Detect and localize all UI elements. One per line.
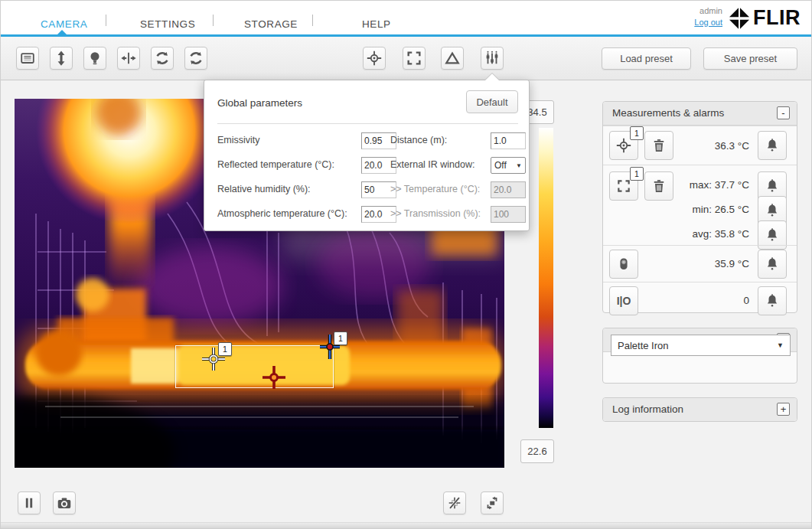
tab-settings[interactable]: SETTINGS — [140, 18, 195, 30]
measurements-panel-header: Measurements & alarms - — [603, 102, 797, 126]
camera-toolbar: Load preset Save preset — [1, 37, 811, 80]
dialog-title: Global parameters — [217, 97, 302, 109]
active-tab-caret — [57, 30, 67, 35]
distance-label: Distance (m): — [390, 135, 447, 145]
external-ir-selected-value: Off — [494, 160, 516, 171]
spot-tool-button[interactable]: 1 — [609, 131, 638, 160]
delta-triangle-icon — [444, 50, 461, 67]
temperature-scale-bar[interactable] — [539, 128, 553, 428]
global-parameters-dialog: Global parameters Default Emissivity Dis… — [204, 80, 530, 231]
username-label: admin — [694, 6, 722, 16]
load-preset-button[interactable]: Load preset — [602, 47, 691, 70]
color-scale-icon — [19, 50, 36, 67]
rotate-image-button[interactable] — [184, 47, 207, 70]
dialog-row-2: Reflected temperature (°C): External IR … — [217, 157, 518, 174]
camera-snapshot-icon — [56, 495, 73, 511]
trash-icon — [651, 138, 667, 153]
tab-help[interactable]: HELP — [362, 18, 391, 30]
spot-alarm-button[interactable] — [758, 131, 787, 160]
delta-measure-button[interactable] — [441, 47, 464, 70]
log-information-panel: Log information + — [602, 397, 797, 422]
pause-stream-button[interactable] — [18, 491, 41, 514]
ir-transmission-label: >> Transmission (%): — [390, 208, 481, 219]
external-ir-window-select[interactable]: Off ▼ — [491, 157, 526, 174]
bottom-toolbar — [1, 482, 811, 524]
overlay-toggle-button[interactable] — [443, 491, 466, 514]
log-panel-header: Log information + — [603, 398, 797, 421]
image-size-button[interactable] — [481, 491, 504, 514]
flir-diamond-icon — [728, 7, 751, 30]
save-preset-button[interactable]: Save preset — [703, 47, 797, 70]
area-measure-button[interactable] — [403, 47, 426, 70]
tab-camera[interactable]: CAMERA — [41, 18, 87, 30]
camera-temperature-value: 35.9 °C — [715, 258, 749, 269]
digital-io-value: 0 — [743, 295, 749, 306]
delete-box-button[interactable] — [644, 171, 673, 201]
box-max-marker-icon[interactable] — [261, 364, 287, 390]
measurement-box-overlay[interactable] — [175, 345, 334, 388]
colorize-panel: Colorize - Palette Iron ▼ — [602, 328, 797, 384]
delete-spot-button[interactable] — [644, 131, 673, 160]
nav-separator — [106, 15, 106, 26]
thermal-magenta-patch — [137, 247, 282, 326]
pause-icon — [21, 495, 37, 511]
header: CAMERA SETTINGS STORAGE HELP admin Log o… — [1, 1, 811, 34]
rotate-arrows-icon — [154, 50, 171, 67]
digital-io-row: I|O 0 — [603, 282, 797, 318]
digital-io-button[interactable]: I|O — [609, 286, 638, 315]
dialog-row-1: Emissivity Distance (m): — [217, 132, 518, 149]
spot-meter-icon — [366, 50, 383, 67]
distance-input[interactable] — [491, 132, 526, 149]
log-panel-title: Log information — [612, 403, 683, 415]
lamp-button[interactable] — [83, 47, 106, 70]
lamp-icon — [86, 50, 103, 67]
io-alarm-button[interactable] — [758, 286, 787, 315]
dialog-separator — [217, 123, 518, 124]
ir-temperature-label: >> Temperature (°C): — [390, 184, 480, 194]
logout-link[interactable]: Log out — [694, 18, 722, 27]
spot-value: 36.3 °C — [715, 140, 749, 152]
camera-body-icon — [616, 256, 631, 272]
global-parameters-button[interactable] — [481, 47, 504, 70]
box-number-badge: 1 — [630, 167, 644, 181]
box-tool-button[interactable]: 1 — [609, 171, 638, 201]
box-avg-value: avg: 35.8 °C — [693, 228, 749, 240]
tab-storage[interactable]: STORAGE — [244, 18, 298, 30]
user-box: admin Log out — [694, 6, 722, 28]
snapshot-button[interactable] — [53, 491, 76, 514]
color-scale-button[interactable] — [16, 47, 39, 70]
chevron-down-icon: ▼ — [516, 162, 522, 169]
measurements-panel-title: Measurements & alarms — [612, 107, 724, 119]
bell-icon — [765, 138, 780, 153]
camera-temperature-row: 35.9 °C — [603, 245, 797, 282]
flir-camera-web-ui: CAMERA SETTINGS STORAGE HELP admin Log o… — [0, 0, 812, 529]
spot-meter-button[interactable] — [363, 47, 386, 70]
hide-overlay-icon — [446, 495, 463, 511]
sliders-icon — [484, 50, 501, 67]
external-ir-window-label: External IR window: — [390, 159, 474, 170]
up-down-arrow-icon — [53, 50, 70, 67]
camera-alarm-button[interactable] — [758, 250, 787, 279]
spot-badge: 1 — [334, 331, 347, 345]
auto-adjust-button[interactable] — [50, 47, 73, 70]
camera-temperature-button[interactable] — [609, 250, 638, 279]
default-button[interactable]: Default — [466, 90, 518, 113]
chevron-down-icon: ▼ — [777, 341, 784, 349]
area-brackets-icon — [616, 178, 631, 194]
rotate-camera-button[interactable] — [151, 47, 174, 70]
dialog-row-4: Atmospheric temperature (°C): >> Transmi… — [217, 206, 518, 223]
scale-min-value: 22.6 — [520, 439, 554, 463]
bell-icon — [765, 256, 780, 272]
measurements-collapse-button[interactable]: - — [777, 106, 790, 119]
io-icon: I|O — [617, 295, 631, 307]
footer-divider — [1, 522, 811, 528]
spot-measurement-row: 1 36.3 °C — [603, 126, 797, 165]
pan-adjust-button[interactable] — [117, 47, 140, 70]
reflected-temperature-label: Reflected temperature (°C): — [217, 159, 334, 170]
resize-rotate-icon — [484, 495, 501, 511]
emissivity-label: Emissivity — [217, 135, 260, 145]
trash-icon — [651, 178, 667, 194]
palette-select[interactable]: Palette Iron ▼ — [611, 335, 791, 356]
area-brackets-icon — [406, 50, 422, 67]
log-expand-button[interactable]: + — [777, 403, 790, 416]
